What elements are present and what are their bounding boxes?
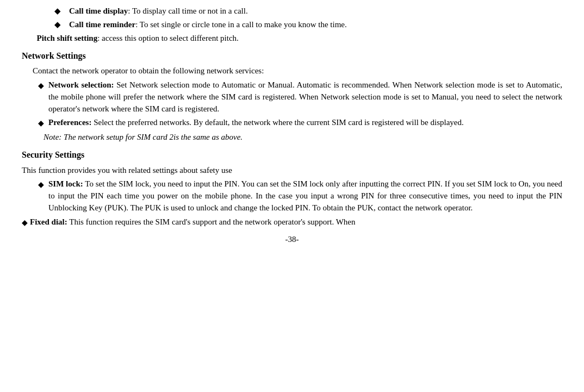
sim-lock-text: SIM lock: To set the SIM lock, you need … <box>48 178 562 214</box>
network-selection-item: ◆ Network selection: Set Network selecti… <box>38 79 562 115</box>
call-time-reminder-text: Call time reminder: To set single or cir… <box>69 20 347 29</box>
bullet-icon: ◆ <box>54 7 61 15</box>
bullet-icon: ◆ <box>38 80 44 91</box>
page-number: -38- <box>22 234 562 246</box>
fixed-dial-text: Fixed dial: This function requires the S… <box>30 216 562 228</box>
bullet-icon: ◆ <box>38 118 44 129</box>
fixed-dial-item: ◆ Fixed dial: This function requires the… <box>22 216 562 228</box>
bullet-icon: ◆ <box>38 179 44 190</box>
call-time-reminder-item: ◆ Call time reminder: To set single or c… <box>54 19 562 31</box>
network-intro: Contact the network operator to obtain t… <box>33 65 562 77</box>
preferences-text: Preferences: Select the preferred networ… <box>48 117 562 129</box>
sim-lock-item: ◆ SIM lock: To set the SIM lock, you nee… <box>38 178 562 214</box>
call-time-display-text: Call time display: To display call time … <box>69 7 248 15</box>
bullet-icon: ◆ <box>22 217 28 228</box>
network-selection-text: Network selection: Set Network selection… <box>48 79 562 115</box>
preferences-item: ◆ Preferences: Select the preferred netw… <box>38 117 562 129</box>
pitch-shift-setting: Pitch shift setting: access this option … <box>33 33 562 45</box>
security-settings-heading: Security Settings <box>22 148 562 161</box>
network-settings-heading: Network Settings <box>22 49 562 62</box>
call-time-display-item: ◆ Call time display: To display call tim… <box>54 5 562 17</box>
bullet-icon: ◆ <box>54 20 61 29</box>
security-intro: This function provides you with related … <box>22 165 562 177</box>
network-note: Note: The network setup for SIM card 2is… <box>44 132 562 144</box>
